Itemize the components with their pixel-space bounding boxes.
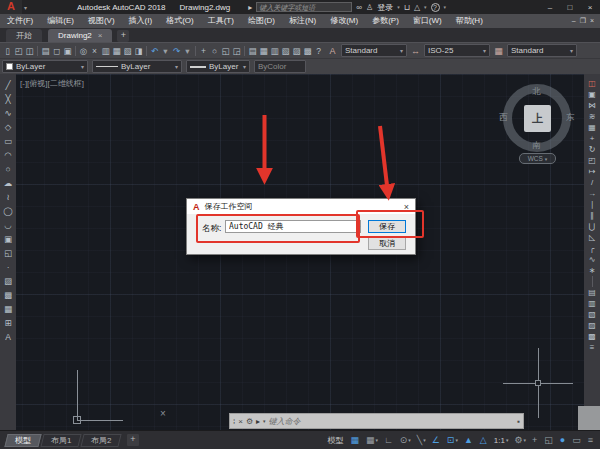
designcenter-icon[interactable]: ▦ [258,45,269,57]
dim-style-icon[interactable]: ↔ [409,46,422,56]
hatch-icon[interactable]: ▨ [3,274,14,288]
command-history-caret[interactable]: ▾ [263,418,266,424]
insert-block-icon[interactable]: ▣ [3,232,14,246]
circle-icon[interactable]: ○ [3,162,14,176]
hatch-to-back-icon[interactable]: ≡ [587,342,598,353]
zoom-realtime-icon[interactable]: ○ [209,45,220,57]
blend-curves-icon[interactable]: ∿ [587,254,598,265]
ortho-mode-icon[interactable]: ∟ [382,434,396,447]
menu-item[interactable]: 插入(I) [122,14,160,28]
tab-start[interactable]: 开始 [6,29,42,42]
viewport-controls-label[interactable]: [-][俯视][二维线框] [20,78,84,89]
separator[interactable] [195,46,196,56]
multiline-text-icon[interactable]: A [3,330,14,344]
clean-screen-icon[interactable]: ▭ [570,434,584,447]
undo-menu-caret[interactable]: ▾ [160,45,171,57]
signin-caret[interactable]: ▾ [397,4,400,10]
ellipse-arc-icon[interactable]: ◡ [3,218,14,232]
zoom-window-icon[interactable]: ◱ [220,45,231,57]
text-to-front-icon[interactable]: ▩ [587,331,598,342]
chamfer-icon[interactable]: ◺ [587,232,598,243]
object-snap-icon[interactable]: ⊡ ▾ [445,434,460,447]
polar-tracking-icon[interactable]: ⊙ ▾ [398,434,413,447]
signin-person-icon[interactable]: ♙ [366,3,373,12]
publish-icon[interactable]: ▣ [62,45,73,57]
application-menu-button[interactable]: A [0,0,22,14]
ellipse-icon[interactable]: ◯ [3,204,14,218]
annotation-visibility-icon[interactable]: ▲ [462,434,476,447]
construction-line-icon[interactable]: ╳ [3,92,14,106]
command-line-bar[interactable]: ⁞ × ⚙ ▸ ▾ ▪ [229,413,524,429]
help-icon[interactable]: ? [431,3,440,12]
tab-model[interactable]: 模型 [4,434,41,447]
scale-icon[interactable]: ◰ [587,155,598,166]
customization-icon[interactable]: ≡ [586,434,596,447]
sheet-set-manager-icon[interactable]: ▧ [280,45,291,57]
command-close-icon[interactable]: × [238,417,243,426]
file-new-icon[interactable]: ▯ [2,45,13,57]
table-style-combo[interactable]: Standard▾ [507,44,577,57]
doc-restore-icon[interactable]: ❐ [580,14,586,28]
make-block-icon[interactable]: ◱ [3,246,14,260]
search-binoculars-icon[interactable]: ∞ [356,3,362,12]
separator[interactable] [37,46,38,56]
arc-icon[interactable]: ◠ [3,148,14,162]
command-wrench-icon[interactable]: ⚙ [246,417,253,426]
viewcube-top-face[interactable]: 上 [524,105,551,132]
point-icon[interactable]: ∙ [3,260,14,274]
signin-label[interactable]: 登录 [377,2,393,13]
polygon-icon[interactable]: ◇ [3,120,14,134]
dim-style-combo[interactable]: ISO-25▾ [424,44,490,57]
quickcalc-icon[interactable]: ▩ [302,45,313,57]
tab-drawing2[interactable]: Drawing2 × [48,29,112,42]
copy-clip-icon[interactable]: ▥ [100,45,111,57]
gradient-icon[interactable]: ▩ [3,288,14,302]
autodesk-apps-icon[interactable]: △ [414,3,420,12]
copy-icon[interactable]: ▣ [587,89,598,100]
redo-icon[interactable]: ↷ [171,45,182,57]
bring-above-icon[interactable]: ▧ [587,309,598,320]
menu-item[interactable]: 视图(V) [81,14,122,28]
erase-icon[interactable]: ◫ [587,78,598,89]
cut-icon[interactable]: × [89,45,100,57]
separator[interactable] [592,276,593,287]
bring-to-front-icon[interactable]: ▤ [587,287,598,298]
send-to-back-icon[interactable]: ▥ [587,298,598,309]
polyline-icon[interactable]: ∿ [3,106,14,120]
markup-set-manager-icon[interactable]: ▨ [291,45,302,57]
window-maximize-button[interactable]: □ [560,1,580,14]
paste-icon[interactable]: ▦ [111,45,122,57]
search-expand-icon[interactable]: ▸ [248,3,252,12]
doc-close-icon[interactable]: × [590,14,594,28]
menu-item[interactable]: 编辑(E) [40,14,81,28]
tool-palettes-icon[interactable]: ▥ [269,45,280,57]
menu-item[interactable]: 文件(F) [0,14,40,28]
lineweight-combo[interactable]: ByLayer▾ [186,60,250,73]
workspace-switching-icon[interactable]: ⚙ ▾ [512,434,528,447]
menu-item[interactable]: 帮助(H) [449,14,490,28]
rotate-icon[interactable]: ↻ [587,144,598,155]
annotation-monitor-icon[interactable]: + [530,434,540,447]
join-icon[interactable]: ⋃ [587,221,598,232]
extend-icon[interactable]: → [587,188,598,199]
region-icon[interactable]: ▦ [3,302,14,316]
menu-item[interactable]: 参数(P) [365,14,406,28]
tab-close-icon[interactable]: × [98,31,103,40]
grid-display-icon[interactable]: ▦ [348,434,362,447]
color-combo[interactable]: ByLayer▾ [2,60,88,73]
fillet-icon[interactable]: ╭ [587,243,598,254]
model-space-canvas[interactable]: [-][俯视][二维线框] ╱╳∿◇▭◠○☁≀◯◡▣◱∙▨▩▦⊞A ◫▣⋈≋▦+… [0,74,600,430]
separator[interactable] [146,46,147,56]
isolate-objects-icon[interactable]: ◱ [542,434,556,447]
object-snap-tracking-icon[interactable]: ∠ [430,434,443,447]
window-close-button[interactable]: × [580,1,600,14]
viewcube-west-label[interactable]: 西 [499,112,508,124]
viewcube-south-label[interactable]: 南 [532,140,541,152]
break-icon[interactable]: ∥ [587,210,598,221]
stretch-icon[interactable]: ↦ [587,166,598,177]
etransmit-icon[interactable]: ◎ [78,45,89,57]
viewcube-wcs-button[interactable]: WCS▾ [519,153,556,164]
explode-icon[interactable]: ∗ [587,265,598,276]
help-icon[interactable]: ? [313,45,324,57]
tab-layout1[interactable]: 布局1 [40,434,82,447]
